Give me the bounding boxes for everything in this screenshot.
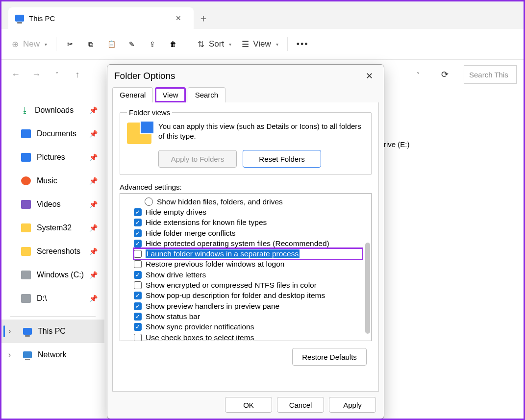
ok-button[interactable]: OK bbox=[225, 397, 272, 413]
tab-search[interactable]: Search bbox=[188, 87, 226, 102]
view-button[interactable]: ☰ View ▾ bbox=[240, 39, 278, 49]
option-launch-folder-windows-in-a-separate-proc[interactable]: Launch folder windows in a separate proc… bbox=[134, 248, 362, 259]
checkbox-icon[interactable]: ✓ bbox=[134, 292, 142, 299]
toolbar-divider bbox=[287, 37, 288, 51]
sidebar-item-this-pc[interactable]: ›This PC bbox=[1, 320, 104, 343]
folder-icon bbox=[21, 223, 31, 232]
drive-label[interactable]: rive (E:) bbox=[384, 140, 410, 148]
checkbox-icon[interactable] bbox=[134, 260, 142, 268]
pin-icon: 📌 bbox=[89, 106, 98, 114]
option-hide-empty-drives[interactable]: ✓Hide empty drives bbox=[134, 207, 362, 217]
checkbox-icon[interactable]: ✓ bbox=[134, 229, 142, 237]
option-label: Use check boxes to select items bbox=[146, 333, 254, 342]
view-label: View bbox=[253, 39, 271, 49]
checkbox-icon[interactable] bbox=[134, 334, 142, 342]
checkbox-icon[interactable]: ✓ bbox=[134, 208, 142, 216]
new-button[interactable]: ⊕ New ▾ bbox=[10, 39, 47, 49]
paste-icon[interactable]: 📋 bbox=[106, 39, 116, 49]
tab-this-pc[interactable]: This PC ✕ bbox=[8, 7, 194, 29]
option-label: Show preview handlers in preview pane bbox=[146, 302, 279, 311]
cancel-button[interactable]: Cancel bbox=[277, 397, 324, 413]
reset-folders-button[interactable]: Reset Folders bbox=[243, 150, 321, 168]
option-show-sync-provider-notifications[interactable]: ✓Show sync provider notifications bbox=[134, 322, 362, 332]
scrollbar[interactable] bbox=[363, 194, 371, 341]
close-tab-icon[interactable]: ✕ bbox=[170, 14, 187, 22]
cut-icon[interactable]: ✂ bbox=[65, 39, 75, 49]
clipboard-group: ✂ ⧉ 📋 ✎ ⇪ 🗑 bbox=[65, 39, 178, 49]
option-use-check-boxes-to-select-items[interactable]: Use check boxes to select items bbox=[134, 332, 362, 341]
dialog-footer: OK Cancel Apply bbox=[225, 397, 376, 413]
option-label: Hide extensions for known file types bbox=[146, 218, 267, 227]
chevron-right-icon[interactable]: › bbox=[8, 327, 17, 336]
sidebar-item-downloads[interactable]: ⭳Downloads📌 bbox=[1, 99, 104, 122]
option-show-drive-letters[interactable]: ✓Show drive letters bbox=[134, 270, 362, 280]
option-label: Hide folder merge conflicts bbox=[146, 229, 236, 238]
option-show-pop-up-description-for-folder-and-d[interactable]: ✓Show pop-up description for folder and … bbox=[134, 291, 362, 301]
chevron-down-icon: ▾ bbox=[276, 42, 278, 47]
checkbox-icon[interactable] bbox=[134, 281, 142, 289]
option-label: Hide protected operating system files (R… bbox=[146, 239, 329, 248]
option-show-encrypted-or-compressed-ntfs-files-[interactable]: Show encrypted or compressed NTFS files … bbox=[134, 280, 362, 290]
up-button[interactable]: ↑ bbox=[70, 67, 85, 82]
new-tab-button[interactable]: ＋ bbox=[194, 7, 213, 29]
apply-to-folders-button[interactable]: Apply to Folders bbox=[158, 150, 237, 168]
documents-icon bbox=[21, 129, 31, 138]
folders-icon bbox=[127, 123, 151, 144]
option-show-status-bar[interactable]: ✓Show status bar bbox=[134, 311, 362, 321]
sort-button[interactable]: ⇅ Sort ▾ bbox=[196, 39, 231, 49]
pin-icon: 📌 bbox=[89, 247, 98, 255]
option-hide-folder-merge-conflicts[interactable]: ✓Hide folder merge conflicts bbox=[134, 228, 362, 238]
sidebar-item-pictures[interactable]: Pictures📌 bbox=[1, 146, 104, 169]
history-chevron-icon[interactable]: ˅ bbox=[50, 67, 64, 82]
checkbox-icon[interactable]: ✓ bbox=[134, 219, 142, 226]
drive-icon bbox=[21, 271, 31, 279]
folder-options-dialog: Folder Options ✕ General View Search Fol… bbox=[107, 64, 384, 419]
sidebar-item-system32[interactable]: System32📌 bbox=[1, 216, 104, 240]
option-hide-protected-operating-system-files-re[interactable]: ✓Hide protected operating system files (… bbox=[134, 238, 362, 248]
advanced-settings-list[interactable]: Show hidden files, folders, and drives✓H… bbox=[120, 193, 372, 341]
option-label: Show drive letters bbox=[146, 271, 206, 279]
checkbox-icon[interactable]: ✓ bbox=[134, 313, 142, 321]
tab-general[interactable]: General bbox=[112, 87, 153, 102]
overflow-button[interactable]: ••• bbox=[297, 39, 309, 49]
apply-button[interactable]: Apply bbox=[329, 397, 376, 413]
option-show-preview-handlers-in-preview-pane[interactable]: ✓Show preview handlers in preview pane bbox=[134, 301, 362, 311]
sidebar-item-network[interactable]: ›Network bbox=[1, 343, 104, 367]
address-chevron-icon[interactable]: ˅ bbox=[411, 67, 425, 82]
checkbox-icon[interactable] bbox=[134, 250, 142, 258]
back-button[interactable]: ← bbox=[8, 67, 23, 82]
chevron-right-icon[interactable]: › bbox=[8, 350, 17, 359]
window-tab-strip: This PC ✕ ＋ bbox=[1, 1, 524, 29]
dialog-body: Folder views You can apply this view (su… bbox=[112, 102, 379, 392]
sidebar-item-d-drive[interactable]: D:\📌 bbox=[1, 287, 104, 310]
checkbox-icon[interactable]: ✓ bbox=[134, 271, 142, 279]
tab-view[interactable]: View bbox=[155, 87, 185, 102]
share-icon[interactable]: ⇪ bbox=[148, 39, 157, 49]
option-restore-previous-folder-windows-at-logon[interactable]: Restore previous folder windows at logon bbox=[134, 259, 362, 270]
sidebar-item-music[interactable]: Music📌 bbox=[1, 169, 104, 193]
copy-icon[interactable]: ⧉ bbox=[86, 39, 96, 49]
delete-icon[interactable]: 🗑 bbox=[168, 39, 178, 49]
sidebar-item-documents[interactable]: Documents📌 bbox=[1, 122, 104, 146]
forward-button[interactable]: → bbox=[29, 67, 44, 82]
close-button[interactable]: ✕ bbox=[361, 71, 377, 81]
scrollbar-thumb[interactable] bbox=[365, 243, 370, 334]
rename-icon[interactable]: ✎ bbox=[127, 39, 137, 49]
sidebar-item-videos[interactable]: Videos📌 bbox=[1, 193, 104, 216]
option-label: Hide empty drives bbox=[146, 208, 206, 217]
refresh-button[interactable]: ⟳ bbox=[437, 67, 452, 82]
sidebar-item-screenshots[interactable]: Screenshots📌 bbox=[1, 240, 104, 263]
folder-views-text: You can apply this view (such as Details… bbox=[158, 122, 364, 142]
checkbox-icon[interactable]: ✓ bbox=[134, 302, 142, 310]
radio-icon[interactable] bbox=[145, 198, 153, 206]
sidebar-separator bbox=[10, 316, 96, 317]
sidebar-item-windows-c[interactable]: Windows (C:)📌 bbox=[1, 263, 104, 287]
plus-circle-icon: ⊕ bbox=[10, 39, 20, 49]
restore-defaults-button[interactable]: Restore Defaults bbox=[292, 348, 367, 366]
search-input[interactable]: Search This bbox=[464, 65, 517, 84]
option-show-hidden-files-folders-and-drives[interactable]: Show hidden files, folders, and drives bbox=[145, 197, 362, 207]
pin-icon: 📌 bbox=[89, 200, 98, 208]
checkbox-icon[interactable]: ✓ bbox=[134, 323, 142, 331]
option-hide-extensions-for-known-file-types[interactable]: ✓Hide extensions for known file types bbox=[134, 218, 362, 228]
checkbox-icon[interactable]: ✓ bbox=[134, 240, 142, 247]
